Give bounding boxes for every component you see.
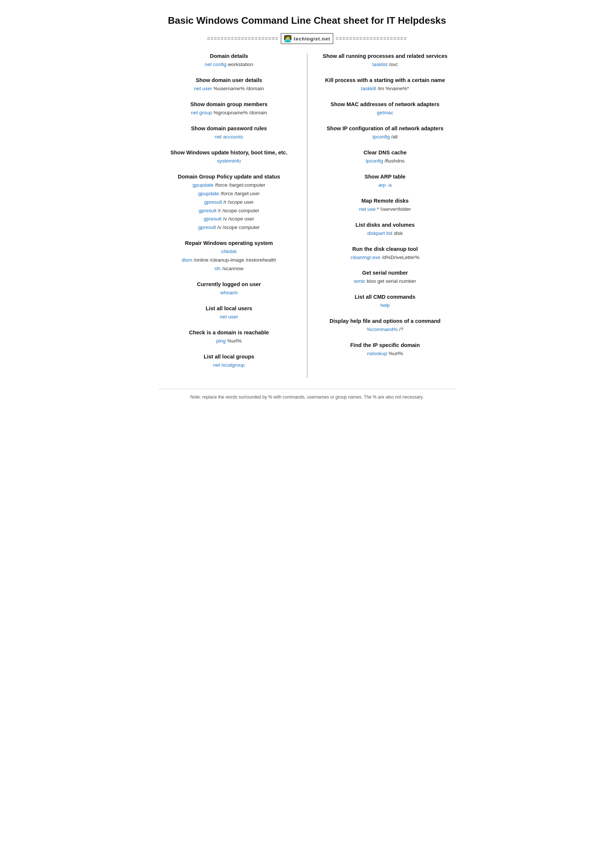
command-line: Ipconfig /flushdns xyxy=(318,157,452,166)
command-entry: List all CMD commandshelp xyxy=(318,294,452,310)
entry-commands: whoami xyxy=(162,289,296,297)
cmd-args: /force /target:computer xyxy=(214,182,265,188)
entry-title: Kill process with a starting with a cert… xyxy=(318,77,452,83)
command-entry: Show ARP tablearp -a xyxy=(318,174,452,190)
command-line: gpresult /r /scope computer xyxy=(162,207,296,215)
command-entry: Kill process with a starting with a cert… xyxy=(318,77,452,93)
command-entry: Show domain user detailsnet user %userna… xyxy=(162,77,296,93)
entry-title: Run the disk cleanup tool xyxy=(318,246,452,252)
entry-commands: net user %username% /domain xyxy=(162,85,296,93)
entry-commands: %command% /? xyxy=(318,326,452,334)
command-line: %command% /? xyxy=(318,326,452,334)
entry-commands: net localgroup xyxy=(162,361,296,370)
entry-title: Domain details xyxy=(162,53,296,59)
entry-title: Show all running processes and related s… xyxy=(318,53,452,59)
cmd-args: %url% xyxy=(226,338,242,344)
command-line: net group %groupname% /domain xyxy=(162,109,296,117)
cmd-keyword: taskkill xyxy=(361,86,377,91)
command-line: sfc /scannow xyxy=(162,265,296,273)
entry-commands: wmic bios get serial number xyxy=(318,277,452,286)
command-line: taskkill /im %name%* xyxy=(318,85,452,93)
command-line: whoami xyxy=(162,289,296,297)
command-entry: Map Remote disksnet use * \\server\folde… xyxy=(318,198,452,214)
command-entry: Show domain group membersnet group %grou… xyxy=(162,101,296,117)
left-column: Domain detailsnet config workstationShow… xyxy=(158,53,307,378)
cmd-args: /d%DriveLetter% xyxy=(380,254,420,260)
cmd-keyword: dism xyxy=(182,257,193,263)
entry-commands: net group %groupname% /domain xyxy=(162,109,296,117)
cmd-keyword: net localgroup xyxy=(213,362,245,368)
cmd-keyword: whoami xyxy=(220,290,237,295)
command-entry: List disks and volumesdiskpart list disk xyxy=(318,222,452,238)
entry-title: Check is a domain is reachable xyxy=(162,330,296,335)
command-line: diskpart list disk xyxy=(318,229,452,238)
cmd-keyword: nslookup xyxy=(367,351,387,356)
command-line: net user xyxy=(162,313,296,321)
cmd-args: workstation xyxy=(226,62,253,67)
entry-commands: nslookup %url% xyxy=(318,350,452,358)
entry-title: Map Remote disks xyxy=(318,198,452,204)
logo-icon: 🧑‍💻 xyxy=(284,34,292,43)
entry-title: List all CMD commands xyxy=(318,294,452,300)
cmd-keyword: Ipconfig xyxy=(366,158,383,164)
cmd-keyword: tasklist xyxy=(372,62,388,67)
entry-commands: ipconfig /all xyxy=(318,133,452,141)
main-content: Domain detailsnet config workstationShow… xyxy=(158,53,456,378)
page-title: Basic Windows Command Line Cheat sheet f… xyxy=(158,15,456,26)
cmd-args: * \\server\folder xyxy=(376,206,411,212)
cmd-args: /flushdns xyxy=(383,158,405,164)
cmd-keyword: net user xyxy=(220,314,238,319)
command-line: dism /online /cleanup-image /restoreheal… xyxy=(162,256,296,265)
command-line: gpupdate /force /target:user xyxy=(162,190,296,198)
command-entry: Display help file and options of a comma… xyxy=(318,318,452,334)
command-entry: Show domain password rulesnet accounts xyxy=(162,126,296,141)
cmd-args: /svc xyxy=(388,62,398,67)
entry-commands: systeminfo xyxy=(162,157,296,166)
command-line: getmac xyxy=(318,109,452,117)
entry-title: Find the IP specific domain xyxy=(318,342,452,348)
command-entry: Repair Windows operating systemchkdskdis… xyxy=(162,240,296,273)
cmd-keyword: chkdsk xyxy=(221,249,237,254)
command-entry: Show IP configuration of all network ada… xyxy=(318,126,452,141)
entry-title: List all local groups xyxy=(162,353,296,360)
entry-title: Get serial number xyxy=(318,270,452,276)
command-line: ipconfig /all xyxy=(318,133,452,141)
entry-commands: tasklist /svc xyxy=(318,60,452,69)
cmd-keyword: gpupdate xyxy=(198,191,219,196)
command-line: gpresult /v /scope computer xyxy=(162,223,296,232)
entry-commands: getmac xyxy=(318,109,452,117)
cmd-keyword: sfc xyxy=(215,266,221,271)
entry-title: Clear DNS cache xyxy=(318,150,452,155)
cmd-keyword: net group xyxy=(191,110,212,115)
entry-commands: gpupdate /force /target:computergpupdate… xyxy=(162,181,296,232)
command-entry: Find the IP specific domainnslookup %url… xyxy=(318,342,452,358)
cmd-keyword: cleanmgr.exe xyxy=(351,254,380,260)
cmd-keyword: net use xyxy=(359,206,375,212)
footer-note: Note: replace the words surrounded by % … xyxy=(158,389,456,400)
entry-commands: ping %url% xyxy=(162,337,296,346)
command-line: systeminfo xyxy=(162,157,296,166)
cmd-keyword: ping xyxy=(216,338,226,344)
entry-title: Show Windows update history, boot time, … xyxy=(162,150,296,155)
entry-title: Show domain group members xyxy=(162,101,296,107)
cmd-args: /scannow xyxy=(221,266,243,271)
entry-commands: diskpart list disk xyxy=(318,229,452,238)
cmd-keyword: arp -a xyxy=(378,182,392,188)
command-line: nslookup %url% xyxy=(318,350,452,358)
cmd-args: %username% /domain xyxy=(212,86,264,91)
command-line: cleanmgr.exe /d%DriveLetter% xyxy=(318,253,452,262)
command-line: net use * \\server\folder xyxy=(318,205,452,214)
cmd-args: %url% xyxy=(387,351,403,356)
cmd-args: bios get serial number xyxy=(365,278,416,284)
cmd-args: /force /target:user xyxy=(219,191,260,196)
command-line: help xyxy=(318,301,452,310)
entry-commands: net user xyxy=(162,313,296,321)
entry-title: Domain Group Policy update and status xyxy=(162,174,296,180)
entry-commands: Ipconfig /flushdns xyxy=(318,157,452,166)
entry-title: Repair Windows operating system xyxy=(162,240,296,246)
cmd-keyword: net config xyxy=(205,62,226,67)
command-entry: Check is a domain is reachableping %url% xyxy=(162,330,296,346)
command-line: gpresult /v /scope user xyxy=(162,215,296,223)
cmd-keyword: gpresult xyxy=(204,216,222,222)
command-line: gpupdate /force /target:computer xyxy=(162,181,296,190)
